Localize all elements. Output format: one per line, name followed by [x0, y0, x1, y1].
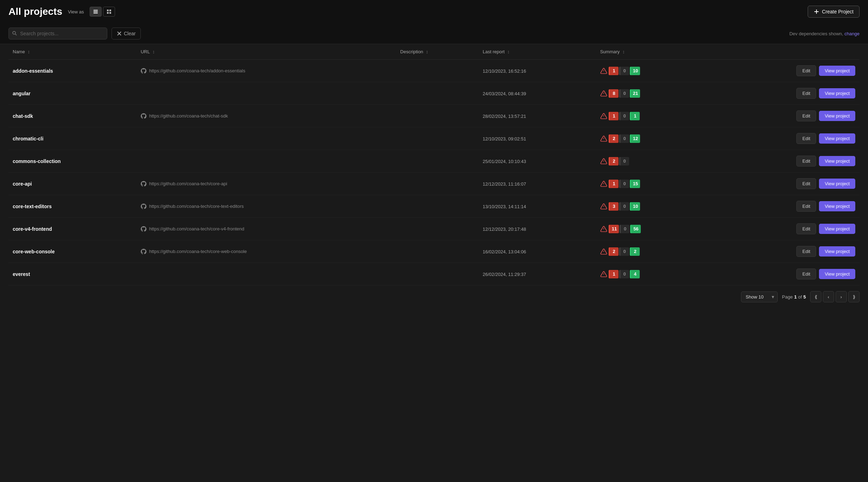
- prev-page-button[interactable]: ‹: [823, 291, 834, 302]
- svg-rect-3: [107, 10, 109, 11]
- cell-last-report: 25/01/2024, 10:10:43: [478, 150, 596, 173]
- summary-red-count: 1: [609, 67, 619, 75]
- project-name: everest: [13, 271, 30, 277]
- sort-summary-icon[interactable]: ↕: [622, 49, 625, 54]
- cell-actions: EditView project: [707, 60, 860, 82]
- summary-gray-count: 0: [619, 180, 629, 188]
- list-icon: [93, 9, 98, 14]
- summary-red-count: 8: [609, 89, 619, 98]
- cell-summary: 3010: [596, 195, 707, 218]
- cell-name: everest: [8, 263, 137, 285]
- clear-icon: [117, 31, 122, 36]
- url-text: https://github.com/coana-tech/chat-sdk: [149, 113, 228, 119]
- url-text: https://github.com/coana-tech/addon-esse…: [149, 68, 245, 73]
- cell-name: commons-collection: [8, 150, 137, 173]
- project-name: core-text-editors: [13, 204, 52, 209]
- edit-button[interactable]: Edit: [796, 246, 816, 257]
- summary-green-count: 2: [630, 247, 640, 256]
- cell-summary: 1010: [596, 60, 707, 82]
- warning-icon: [600, 135, 607, 142]
- github-icon: [141, 68, 146, 74]
- url-text: https://github.com/coana-tech/core-text-…: [149, 204, 244, 209]
- cell-summary: 202: [596, 240, 707, 263]
- create-project-button[interactable]: Create Project: [808, 6, 860, 18]
- cell-url: https://github.com/coana-tech/core-v4-fr…: [137, 218, 396, 240]
- edit-button[interactable]: Edit: [796, 201, 816, 212]
- cell-url: [137, 127, 396, 150]
- table-row: angular24/03/2024, 08:44:398021EditView …: [8, 82, 860, 105]
- cell-actions: EditView project: [707, 173, 860, 195]
- summary-gray-count: 0: [619, 202, 629, 211]
- edit-button[interactable]: Edit: [796, 65, 816, 76]
- svg-rect-8: [814, 11, 819, 12]
- show-select[interactable]: Show 10 Show 25 Show 50 Show 100: [741, 291, 778, 302]
- view-project-button[interactable]: View project: [819, 224, 855, 234]
- view-project-button[interactable]: View project: [819, 156, 855, 166]
- warning-icon: [600, 113, 607, 120]
- project-name: chat-sdk: [13, 113, 33, 119]
- dev-deps-info: Dev dependencies shown, change: [789, 31, 860, 36]
- cell-actions: EditView project: [707, 82, 860, 105]
- view-project-button[interactable]: View project: [819, 269, 855, 279]
- col-actions: [707, 44, 860, 60]
- edit-button[interactable]: Edit: [796, 133, 816, 144]
- first-page-button[interactable]: ⟪: [810, 291, 821, 302]
- view-project-button[interactable]: View project: [819, 246, 855, 257]
- summary-red-count: 2: [609, 134, 619, 143]
- page-info: Page 1 of 5: [782, 294, 806, 300]
- cell-url: [137, 82, 396, 105]
- project-name: core-v4-frontend: [13, 226, 52, 232]
- cell-description: [396, 150, 478, 173]
- dev-deps-change-link[interactable]: change: [844, 31, 860, 36]
- view-project-button[interactable]: View project: [819, 66, 855, 76]
- edit-button[interactable]: Edit: [796, 88, 816, 99]
- pagination: Show 10 Show 25 Show 50 Show 100 ▾ Page …: [0, 285, 868, 308]
- view-project-button[interactable]: View project: [819, 201, 855, 211]
- list-view-button[interactable]: [90, 7, 102, 17]
- cell-description: [396, 240, 478, 263]
- view-project-button[interactable]: View project: [819, 111, 855, 121]
- table-row: core-text-editorshttps://github.com/coan…: [8, 195, 860, 218]
- project-name: addon-essentials: [13, 68, 53, 74]
- edit-button[interactable]: Edit: [796, 178, 816, 189]
- view-project-button[interactable]: View project: [819, 179, 855, 189]
- cell-description: [396, 127, 478, 150]
- summary-gray-count: 0: [619, 157, 629, 165]
- cell-last-report: 16/02/2024, 13:04:06: [478, 240, 596, 263]
- grid-view-button[interactable]: [103, 7, 115, 17]
- edit-button[interactable]: Edit: [796, 156, 816, 167]
- next-page-button[interactable]: ›: [836, 291, 847, 302]
- github-icon: [141, 249, 146, 254]
- sort-last-report-icon[interactable]: ↕: [507, 49, 510, 54]
- sort-name-icon[interactable]: ↕: [28, 49, 30, 54]
- cell-url: [137, 263, 396, 285]
- cell-actions: EditView project: [707, 240, 860, 263]
- cell-name: core-api: [8, 173, 137, 195]
- col-url: URL ↕: [137, 44, 396, 60]
- cell-summary: 2012: [596, 127, 707, 150]
- edit-button[interactable]: Edit: [796, 223, 816, 234]
- search-input[interactable]: [8, 28, 107, 40]
- sort-url-icon[interactable]: ↕: [152, 49, 155, 54]
- summary-gray-count: 0: [619, 67, 629, 75]
- clear-button[interactable]: Clear: [111, 28, 141, 40]
- project-name: core-api: [13, 181, 32, 187]
- last-page-button[interactable]: ⟫: [848, 291, 860, 302]
- col-last-report: Last report ↕: [478, 44, 596, 60]
- edit-button[interactable]: Edit: [796, 110, 816, 121]
- cell-actions: EditView project: [707, 150, 860, 173]
- table-header-row: Name ↕ URL ↕ Description ↕ Last report ↕…: [8, 44, 860, 60]
- header-left: All projects View as: [8, 6, 115, 17]
- search-icon: [12, 31, 17, 37]
- edit-button[interactable]: Edit: [796, 269, 816, 279]
- summary-green-count: 1: [630, 112, 640, 120]
- cell-last-report: 12/10/2023, 16:52:16: [478, 60, 596, 82]
- table-row: addon-essentialshttps://github.com/coana…: [8, 60, 860, 82]
- summary-red-count: 1: [609, 270, 619, 278]
- view-project-button[interactable]: View project: [819, 133, 855, 144]
- view-project-button[interactable]: View project: [819, 88, 855, 98]
- warning-icon: [600, 158, 607, 165]
- summary-green-count: 10: [630, 67, 640, 75]
- view-as-label: View as: [68, 9, 84, 14]
- sort-description-icon[interactable]: ↕: [426, 49, 428, 54]
